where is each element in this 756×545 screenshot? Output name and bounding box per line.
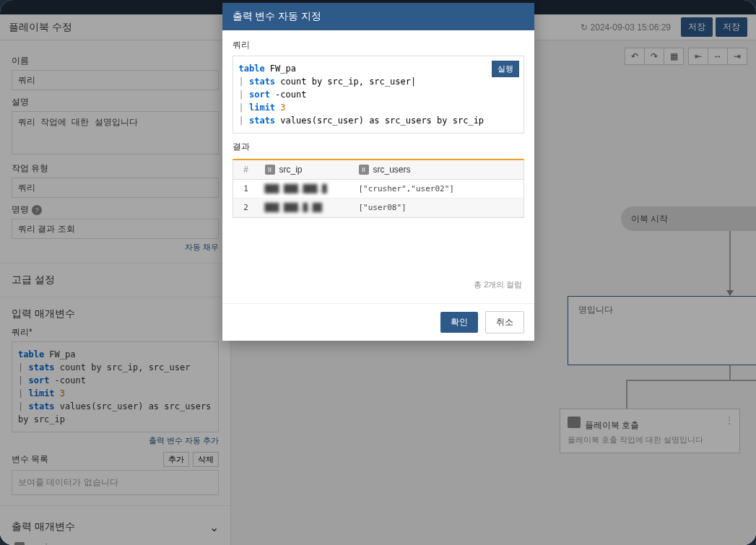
modal-overlay: 출력 변수 자동 지정 쿼리 실행 table FW_pa | stats co… [0, 0, 756, 545]
modal-query-label: 쿼리 [233, 39, 524, 51]
result-table: # IIsrc_ip IIsrc_users 1 ███ ███.███.█ [… [233, 159, 524, 218]
cancel-button[interactable]: 취소 [485, 311, 524, 333]
auto-output-modal: 출력 변수 자동 지정 쿼리 실행 table FW_pa | stats co… [222, 3, 534, 341]
modal-query-editor[interactable]: 실행 table FW_pa | stats count by src_ip, … [233, 56, 524, 134]
modal-title: 출력 변수 자동 지정 [222, 3, 534, 30]
modal-result-label: 결과 [233, 141, 524, 153]
result-count: 총 2개의 컬럼 [233, 275, 524, 295]
confirm-button[interactable]: 확인 [440, 312, 478, 333]
type-badge-icon: II [359, 165, 369, 175]
table-row: 1 ███ ███.███.█ ["crusher","user02"] [233, 180, 523, 199]
table-row: 2 ███ ███.█.██ ["user08"] [233, 199, 523, 217]
col-header-num: # [233, 160, 259, 179]
type-badge-icon: II [265, 165, 275, 175]
run-button[interactable]: 실행 [492, 61, 519, 77]
col-header-srcusers: IIsrc_users [353, 160, 523, 179]
col-header-srcip: IIsrc_ip [259, 160, 353, 179]
